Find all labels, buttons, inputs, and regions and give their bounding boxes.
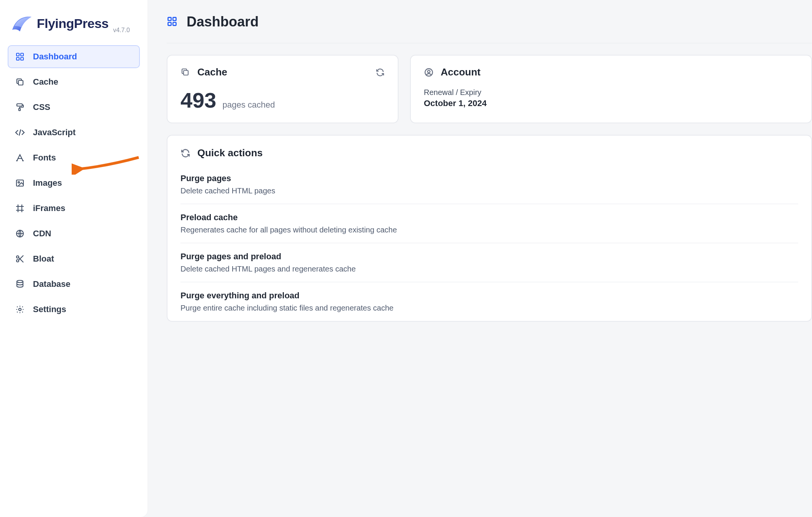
quick-action-desc: Delete cached HTML pages and regenerates…	[180, 265, 798, 273]
sidebar: FlyingPress v4.7.0 Dashboard Cache	[0, 0, 148, 517]
sidebar-item-label: Images	[33, 178, 62, 188]
quick-action-title: Purge pages	[180, 173, 798, 183]
logo-icon	[11, 15, 32, 32]
gear-icon	[15, 304, 25, 315]
svg-point-20	[428, 70, 430, 73]
svg-point-8	[18, 182, 20, 183]
quick-action-title: Purge everything and preload	[180, 291, 798, 301]
sidebar-item-dashboard[interactable]: Dashboard	[8, 45, 140, 68]
sidebar-item-label: JavaScript	[33, 128, 75, 137]
account-sub-label: Renewal / Expiry	[424, 88, 798, 97]
grid-icon	[167, 16, 178, 28]
copy-icon	[15, 77, 25, 87]
svg-rect-17	[173, 22, 176, 25]
sidebar-item-label: CDN	[33, 229, 51, 239]
page-header: Dashboard	[167, 14, 812, 43]
sidebar-item-label: Fonts	[33, 153, 56, 163]
sidebar-item-cache[interactable]: Cache	[8, 70, 140, 93]
quick-action-desc: Delete cached HTML pages	[180, 187, 798, 195]
sidebar-item-javascript[interactable]: JavaScript	[8, 121, 140, 144]
svg-rect-0	[16, 53, 19, 56]
sidebar-item-fonts[interactable]: Fonts	[8, 146, 140, 169]
account-sub-value: October 1, 2024	[424, 98, 798, 108]
sidebar-item-settings[interactable]: Settings	[8, 298, 140, 321]
grid-icon	[15, 51, 25, 62]
sidebar-item-database[interactable]: Database	[8, 273, 140, 296]
sidebar-item-label: Dashboard	[33, 52, 77, 62]
svg-point-13	[19, 308, 21, 311]
page-title: Dashboard	[187, 14, 259, 30]
brand-name: FlyingPress	[37, 16, 108, 31]
image-icon	[15, 178, 25, 188]
svg-rect-14	[168, 18, 171, 21]
sidebar-item-images[interactable]: Images	[8, 172, 140, 195]
sidebar-item-label: Settings	[33, 304, 66, 314]
font-icon	[15, 152, 25, 163]
quick-action-purge-pages[interactable]: Purge pages Delete cached HTML pages	[180, 170, 798, 204]
card-quick-actions: Quick actions Purge pages Delete cached …	[167, 135, 812, 322]
sidebar-item-css[interactable]: CSS	[8, 96, 140, 119]
svg-point-12	[17, 280, 23, 283]
sidebar-item-cdn[interactable]: CDN	[8, 222, 140, 245]
svg-rect-2	[16, 57, 19, 60]
sidebar-item-bloat[interactable]: Bloat	[8, 247, 140, 270]
card-cache: Cache 493 pages cached	[167, 55, 399, 123]
brand: FlyingPress v4.7.0	[8, 13, 140, 45]
svg-rect-1	[21, 53, 23, 56]
sidebar-item-label: Database	[33, 279, 71, 289]
quick-action-desc: Purge entire cache including static file…	[180, 304, 798, 312]
svg-rect-15	[173, 18, 176, 21]
card-account: Account Renewal / Expiry October 1, 2024	[410, 55, 812, 123]
sidebar-nav: Dashboard Cache CSS JavaScript	[8, 45, 140, 321]
svg-rect-18	[184, 70, 188, 75]
svg-rect-6	[19, 108, 20, 111]
quick-action-purge-and-preload[interactable]: Purge pages and preload Delete cached HT…	[180, 243, 798, 282]
svg-rect-4	[18, 80, 23, 85]
refresh-button[interactable]	[376, 68, 385, 77]
quick-action-desc: Regenerates cache for all pages without …	[180, 226, 798, 234]
quick-action-purge-everything[interactable]: Purge everything and preload Purge entir…	[180, 282, 798, 321]
quick-action-title: Purge pages and preload	[180, 252, 798, 262]
refresh-icon	[376, 68, 385, 77]
frame-icon	[15, 203, 25, 214]
svg-rect-3	[21, 57, 23, 60]
code-icon	[15, 127, 25, 138]
user-icon	[424, 67, 434, 77]
quick-actions-title: Quick actions	[197, 147, 263, 159]
copy-icon	[180, 67, 190, 77]
main-content: Dashboard Cache 493 pages cached	[148, 0, 812, 517]
sidebar-item-label: Cache	[33, 77, 58, 87]
sidebar-item-label: CSS	[33, 102, 50, 112]
svg-rect-5	[17, 104, 22, 106]
svg-rect-16	[168, 22, 171, 25]
cache-count-label: pages cached	[222, 100, 275, 110]
paint-icon	[15, 102, 25, 113]
card-cache-title: Cache	[197, 66, 227, 78]
quick-action-title: Preload cache	[180, 213, 798, 223]
cache-count: 493	[180, 90, 216, 111]
brand-version: v4.7.0	[113, 27, 130, 34]
sidebar-item-label: Bloat	[33, 254, 54, 264]
globe-icon	[15, 228, 25, 239]
quick-action-preload-cache[interactable]: Preload cache Regenerates cache for all …	[180, 204, 798, 243]
card-account-title: Account	[441, 66, 481, 78]
scissors-icon	[15, 254, 25, 264]
sidebar-item-iframes[interactable]: iFrames	[8, 197, 140, 220]
database-icon	[15, 279, 25, 290]
brand-logo: FlyingPress	[11, 15, 108, 32]
refresh-icon	[180, 148, 190, 158]
sidebar-item-label: iFrames	[33, 203, 65, 213]
